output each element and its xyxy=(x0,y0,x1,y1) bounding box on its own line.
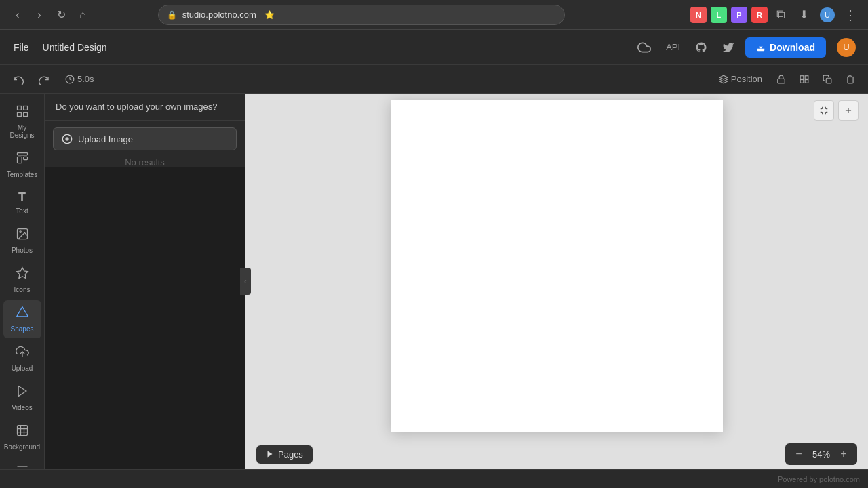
ext-icon-2[interactable]: L xyxy=(711,7,727,23)
sidebar-item-background[interactable]: Background xyxy=(3,418,41,456)
address-bar[interactable]: 🔒 studio.polotno.com ⭐ xyxy=(158,5,565,25)
zoom-in-button[interactable]: + xyxy=(835,445,852,464)
templates-label: Templates xyxy=(7,171,38,178)
ext-icon-3[interactable]: P xyxy=(731,7,747,23)
videos-icon xyxy=(16,384,29,401)
svg-rect-4 xyxy=(805,75,808,79)
sidebar-item-templates[interactable]: Templates xyxy=(3,146,41,184)
position-button[interactable]: Position xyxy=(713,71,768,87)
canvas-bottom-bar: Pages − 54% + xyxy=(245,439,868,469)
ext-icon-4[interactable]: R xyxy=(751,7,768,23)
download-icon xyxy=(756,43,766,52)
group-icon xyxy=(800,75,809,84)
background-label: Background xyxy=(4,443,40,451)
forward-button[interactable]: › xyxy=(30,5,49,24)
sidebar-item-photos[interactable]: Photos xyxy=(3,222,41,260)
twitter-icon xyxy=(722,41,734,54)
profile-button[interactable]: U xyxy=(818,5,837,24)
topbar-right: API Download U xyxy=(633,35,860,60)
browser-chrome: ‹ › ↻ ⌂ 🔒 studio.polotno.com ⭐ N L P R ⧉… xyxy=(0,0,868,30)
clock-icon xyxy=(65,75,75,84)
delete-button[interactable] xyxy=(841,70,860,89)
add-page-button[interactable] xyxy=(838,100,859,121)
icons-label: Icons xyxy=(14,286,31,293)
sidebar-item-shapes[interactable]: Shapes xyxy=(3,300,41,338)
photos-icon xyxy=(16,227,29,244)
download-browser-button[interactable]: ⬇ xyxy=(795,5,814,24)
download-button[interactable]: Download xyxy=(745,37,826,58)
shapes-label: Shapes xyxy=(11,325,34,333)
svg-rect-9 xyxy=(23,106,27,110)
redo-button[interactable] xyxy=(34,69,54,89)
trash-icon xyxy=(846,75,855,84)
sidebar-item-upload[interactable]: Upload xyxy=(3,340,41,378)
my-designs-label: My Designs xyxy=(6,124,39,139)
extensions-button[interactable]: ⧉ xyxy=(772,5,791,24)
refresh-button[interactable]: ↻ xyxy=(52,5,71,24)
svg-rect-11 xyxy=(23,113,27,117)
position-label: Position xyxy=(731,74,762,84)
sidebar-item-layers[interactable]: Layers xyxy=(3,458,41,469)
upload-image-button[interactable]: Upload Image xyxy=(53,127,237,150)
panel-collapse-handle[interactable]: ‹ xyxy=(240,268,251,295)
fit-to-screen-button[interactable] xyxy=(814,100,834,121)
copy-button[interactable] xyxy=(818,70,837,89)
toolbar: 5.0s Position xyxy=(0,65,868,94)
file-menu-button[interactable]: File xyxy=(8,39,35,56)
layers-icon xyxy=(719,75,728,84)
main-content: My Designs Templates T Text Photos xyxy=(0,94,868,469)
play-icon xyxy=(266,450,274,458)
svg-rect-3 xyxy=(800,75,804,79)
undo-icon xyxy=(13,74,24,85)
ext-icon-1[interactable]: N xyxy=(690,7,707,23)
canvas-area: Pages − 54% + xyxy=(245,94,868,469)
design-title: Untitled Design xyxy=(43,42,107,53)
menu-button[interactable]: ⋮ xyxy=(841,5,860,24)
group-button[interactable] xyxy=(795,70,814,89)
sidebar-item-icons[interactable]: Icons xyxy=(3,261,41,299)
undo-button[interactable] xyxy=(8,69,28,89)
plus-icon xyxy=(62,134,73,144)
api-button[interactable]: API xyxy=(662,39,684,55)
shapes-icon xyxy=(16,306,29,323)
app: File Untitled Design API xyxy=(0,30,868,488)
videos-label: Videos xyxy=(12,404,32,411)
timer-display[interactable]: 5.0s xyxy=(60,71,100,87)
pages-label: Pages xyxy=(278,449,303,460)
api-label: API xyxy=(666,42,680,52)
lock-button[interactable] xyxy=(772,70,791,89)
home-button[interactable]: ⌂ xyxy=(73,5,92,24)
svg-rect-10 xyxy=(17,113,21,117)
photos-label: Photos xyxy=(12,247,33,254)
minimize-icon xyxy=(819,106,829,115)
pages-button[interactable]: Pages xyxy=(256,445,313,464)
twitter-button[interactable] xyxy=(718,39,738,56)
templates-icon xyxy=(16,151,29,168)
left-sidebar: My Designs Templates T Text Photos xyxy=(0,94,45,469)
panel-header: Do you want to upload your own images? xyxy=(45,94,245,121)
text-icon: T xyxy=(18,190,26,205)
sidebar-item-text[interactable]: T Text xyxy=(3,185,41,220)
download-label: Download xyxy=(770,42,815,53)
zoom-value: 54% xyxy=(808,449,834,460)
canvas-design[interactable] xyxy=(391,100,723,432)
topbar: File Untitled Design API xyxy=(0,30,868,65)
svg-rect-2 xyxy=(778,79,785,83)
my-designs-icon xyxy=(16,104,29,121)
github-icon xyxy=(695,41,707,54)
user-avatar-button[interactable]: U xyxy=(833,35,860,60)
url-text: studio.polotno.com xyxy=(182,9,256,20)
sidebar-item-videos[interactable]: Videos xyxy=(3,379,41,417)
zoom-controls: − 54% + xyxy=(785,443,857,465)
svg-rect-8 xyxy=(17,106,21,110)
cloud-save-button[interactable] xyxy=(633,38,655,57)
sidebar-item-my-designs[interactable]: My Designs xyxy=(3,99,41,144)
panel-wrapper: Do you want to upload your own images? U… xyxy=(45,94,245,469)
back-button[interactable]: ‹ xyxy=(8,5,27,24)
zoom-out-button[interactable]: − xyxy=(791,445,807,464)
svg-marker-19 xyxy=(18,386,26,396)
layers-sidebar-icon xyxy=(16,463,29,469)
svg-rect-7 xyxy=(826,78,831,83)
github-button[interactable] xyxy=(691,39,711,56)
svg-rect-12 xyxy=(17,153,27,155)
